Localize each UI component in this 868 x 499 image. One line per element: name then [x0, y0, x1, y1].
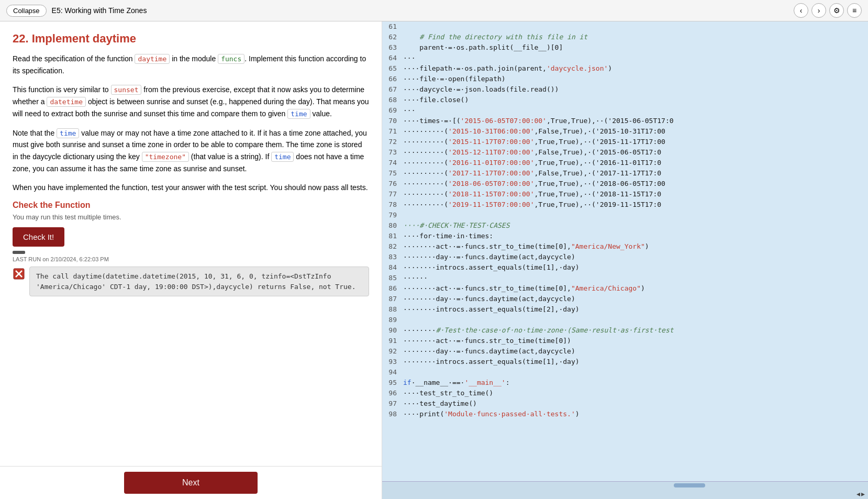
para1: Read the specification of the function d… [13, 53, 369, 76]
line-content: ····times·=·[('2015-06-05T07:00:00',True… [403, 116, 868, 126]
line-content: ········day··=·funcs.daytime(act,daycycl… [403, 294, 868, 304]
zoom-out-icon[interactable]: ◂ [856, 490, 860, 498]
line-content: ········#·Test·the·case·of·no·time·zone·… [403, 325, 868, 336]
code-line: 73··········('2015-12-11T07:00:00',False… [382, 147, 868, 158]
run-bar [13, 251, 25, 254]
line-number: 94 [382, 367, 403, 378]
main-content: 22. Implement daytime Read the specifica… [0, 21, 868, 499]
code-line: 63 parent·=·os.path.split(__file__)[0] [382, 42, 868, 53]
code-line: 62 # Find the directory with this file i… [382, 32, 868, 42]
line-number: 83 [382, 252, 403, 262]
code-line: 82········act··=·funcs.str_to_time(time[… [382, 241, 868, 252]
line-content: ····test_daytime() [403, 398, 868, 409]
code-timezone: "timezone" [142, 152, 189, 162]
line-number: 81 [382, 231, 403, 241]
para2-text4: value. [310, 109, 332, 118]
code-line: 87········day··=·funcs.daytime(act,daycy… [382, 294, 868, 304]
line-content: # Find the directory with this file in i… [403, 32, 868, 42]
check-it-button[interactable]: Check It! [13, 227, 64, 247]
menu-button[interactable]: ≡ [847, 3, 862, 18]
code-line: 86········act··=·funcs.str_to_time(time[… [382, 283, 868, 294]
code-line: 66····file·=·open(filepath) [382, 74, 868, 84]
code-line: 71··········('2015-10-31T06:00:00',False… [382, 126, 868, 137]
line-number: 93 [382, 357, 403, 367]
check-title: Check the Function [13, 201, 369, 210]
line-content: ····filepath·=·os.path.join(parent,'dayc… [403, 63, 868, 74]
settings-button[interactable]: ⚙ [829, 3, 844, 18]
code-line: 74··········('2016-11-01T07:00:00',True,… [382, 158, 868, 168]
line-number: 63 [382, 42, 403, 53]
line-content: ····daycycle·=·json.loads(file.read()) [403, 84, 868, 95]
line-number: 73 [382, 147, 403, 158]
line-content: ··········('2015-10-31T06:00:00',False,T… [403, 126, 868, 137]
next-button[interactable]: Next [124, 472, 258, 494]
code-daytime: daytime [135, 54, 170, 64]
para2-text1: This function is very similar to [13, 85, 111, 94]
line-content: ··········('2015-12-11T07:00:00',False,T… [403, 147, 868, 158]
code-line: 70····times·=·[('2015-06-05T07:00:00',Tr… [382, 116, 868, 126]
para1-text2: in the module [170, 54, 218, 63]
line-number: 74 [382, 158, 403, 168]
code-area[interactable]: 6162 # Find the directory with this file… [382, 21, 868, 481]
bottom-icons: ◂ ▸ [382, 489, 868, 499]
code-line: 79 [382, 210, 868, 220]
code-line: 98····print('Module·funcs·passed·all·tes… [382, 409, 868, 419]
code-line: 64··· [382, 53, 868, 63]
para3-text1: Note that the [13, 129, 57, 137]
line-content: ····#·CHECK·THE·TEST·CASES [403, 220, 868, 231]
horizontal-scrollbar[interactable] [382, 481, 868, 489]
line-content [403, 315, 868, 325]
error-icon [13, 268, 25, 283]
line-content: ········day··=·funcs.daytime(act,daycycl… [403, 252, 868, 262]
line-number: 77 [382, 189, 403, 199]
left-scroll: 22. Implement daytime Read the specifica… [0, 21, 382, 466]
line-content: ········introcs.assert_equals(time[2],·d… [403, 304, 868, 315]
line-number: 85 [382, 273, 403, 283]
para2: This function is very similar to sunset … [13, 84, 369, 119]
line-content: ··········('2015-11-17T07:00:00',True,Tr… [403, 137, 868, 147]
run-indicator [13, 251, 369, 254]
code-line: 80····#·CHECK·THE·TEST·CASES [382, 220, 868, 231]
line-number: 90 [382, 325, 403, 336]
prev-nav-button[interactable]: ‹ [794, 3, 808, 18]
code-line: 69··· [382, 105, 868, 116]
code-line: 89 [382, 315, 868, 325]
line-number: 75 [382, 168, 403, 179]
top-bar: Collapse E5: Working with Time Zones ‹ ›… [0, 0, 868, 21]
line-content: ····test_str_to_time() [403, 388, 868, 398]
line-number: 71 [382, 126, 403, 137]
line-content: ········introcs.assert_equals(time[1],·d… [403, 262, 868, 273]
next-nav-button[interactable]: › [811, 3, 826, 18]
line-content: if·__name__·==·'__main__': [403, 378, 868, 388]
zoom-in-icon[interactable]: ▸ [861, 490, 865, 498]
line-number: 91 [382, 336, 403, 346]
collapse-button[interactable]: Collapse [6, 5, 47, 17]
code-line: 65····filepath·=·os.path.join(parent,'da… [382, 63, 868, 74]
scrollbar-thumb[interactable] [674, 483, 705, 487]
code-line: 85······ [382, 273, 868, 283]
nav-icons: ‹ › ⚙ ≡ [794, 3, 862, 18]
code-sunset: sunset [111, 85, 142, 95]
line-content: ··········('2019-11-15T07:00:00',True,Tr… [403, 199, 868, 210]
line-content: ··········('2016-11-01T07:00:00',True,Tr… [403, 158, 868, 168]
para3-text3: (that value is a string). If [189, 152, 271, 161]
line-content: ····for·time·in·times: [403, 231, 868, 241]
line-content [403, 21, 868, 32]
code-line: 97····test_daytime() [382, 398, 868, 409]
code-line: 61 [382, 21, 868, 32]
code-line: 77··········('2018-11-15T07:00:00',True,… [382, 189, 868, 199]
line-content: ··· [403, 105, 868, 116]
line-content: ········act··=·funcs.str_to_time(time[0]… [403, 336, 868, 346]
line-content: ········act··=·funcs.str_to_time(time[0]… [403, 241, 868, 252]
line-number: 61 [382, 21, 403, 32]
code-line: 75··········('2017-11-17T07:00:00',False… [382, 168, 868, 179]
line-number: 72 [382, 137, 403, 147]
line-content: ··· [403, 53, 868, 63]
code-time1: time [287, 109, 310, 119]
line-content [403, 367, 868, 378]
code-line: 72··········('2015-11-17T07:00:00',True,… [382, 137, 868, 147]
line-number: 82 [382, 241, 403, 252]
line-number: 68 [382, 95, 403, 105]
line-number: 88 [382, 304, 403, 315]
para4: When you have implemented the function, … [13, 182, 369, 193]
